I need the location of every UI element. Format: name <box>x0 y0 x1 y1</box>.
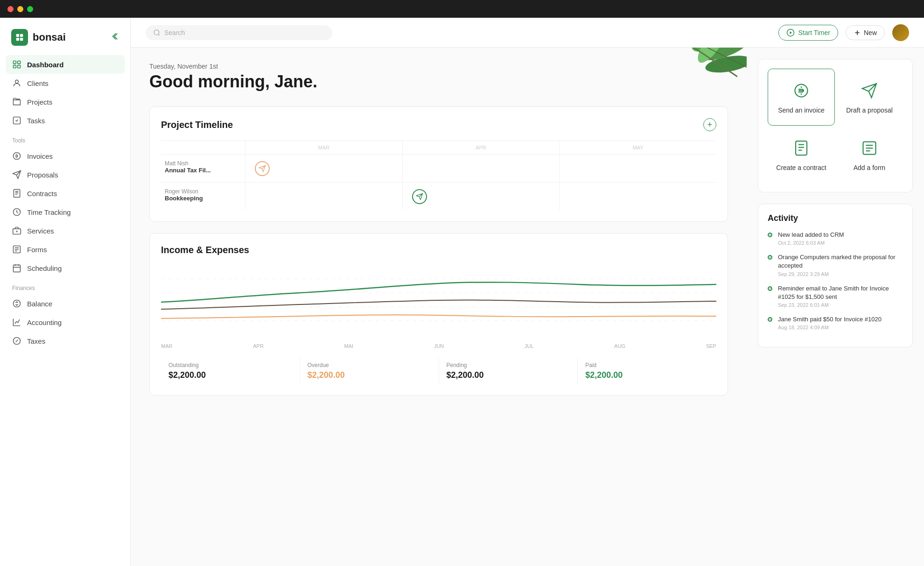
dashboard-icon <box>12 60 21 69</box>
activity-section: Activity New lead added to CRM Oct 2, 20… <box>758 204 913 347</box>
sidebar-item-clients[interactable]: Clients <box>6 74 125 92</box>
timeline-cell-2-2 <box>402 182 560 210</box>
sidebar-item-label: Clients <box>27 79 49 87</box>
sidebar-item-label: Projects <box>27 98 52 106</box>
svg-rect-7 <box>18 65 21 68</box>
timeline-icon-1[interactable] <box>255 161 270 176</box>
page-date: Tuesday, November 1st <box>149 63 728 70</box>
sidebar-item-services[interactable]: Services <box>6 221 125 240</box>
content-side: Send an invoice Draft a proposal <box>747 48 924 566</box>
chart-label-4: JUL <box>525 343 534 349</box>
activity-item-1: Orange Computers marked the proposal for… <box>768 253 903 276</box>
sidebar-item-invoices[interactable]: Invoices <box>6 147 125 165</box>
chart-label-3: JUN <box>434 343 444 349</box>
stat-overdue: Overdue $2,200.00 <box>300 358 439 384</box>
timeline-project-2: Bookkeeping <box>165 195 241 202</box>
svg-rect-2 <box>16 38 19 41</box>
sidebar-item-time-tracking[interactable]: Time Tracking <box>6 203 125 221</box>
sidebar-item-tasks[interactable]: Tasks <box>6 111 125 130</box>
chart-label-1: APR <box>253 343 264 349</box>
sidebar-item-label: Taxes <box>27 337 45 345</box>
contracts-icon <box>12 189 21 198</box>
projects-icon <box>12 97 21 106</box>
quick-actions: Send an invoice Draft a proposal <box>758 59 913 192</box>
stat-paid: Paid $2,200.00 <box>578 358 716 384</box>
activity-time: Aug 18, 2022 4:09 AM <box>778 325 903 330</box>
sidebar-item-label: Accounting <box>27 318 62 326</box>
timeline-icon-2[interactable] <box>412 189 427 204</box>
sidebar-item-balance[interactable]: Balance <box>6 294 125 313</box>
tasks-icon <box>12 116 21 125</box>
collapse-sidebar-button[interactable] <box>110 32 119 43</box>
stats-row: Outstanding $2,200.00 Overdue $2,200.00 … <box>161 358 716 384</box>
minimize-button[interactable] <box>17 6 23 12</box>
svg-point-8 <box>15 80 19 83</box>
quick-action-create-contract[interactable]: Create a contract <box>768 127 835 183</box>
sidebar-item-label: Scheduling <box>27 264 62 272</box>
sidebar-item-dashboard[interactable]: Dashboard <box>6 55 125 74</box>
plus-icon <box>854 29 861 36</box>
proposal-svg <box>861 82 878 99</box>
sidebar-item-label: Dashboard <box>27 61 63 69</box>
sidebar-item-forms[interactable]: Forms <box>6 240 125 259</box>
activity-text: New lead added to CRM <box>778 231 903 239</box>
income-expenses-card: Income & Expenses <box>149 233 728 396</box>
play-icon <box>786 28 795 37</box>
sidebar-item-label: Forms <box>27 246 47 254</box>
bonsai-logo-svg <box>14 32 25 42</box>
activity-content: Orange Computers marked the proposal for… <box>778 253 903 276</box>
send-invoice-icon <box>791 80 812 101</box>
sidebar-item-scheduling[interactable]: Scheduling <box>6 259 125 277</box>
sidebar-item-projects[interactable]: Projects <box>6 92 125 111</box>
sidebar-item-proposals[interactable]: Proposals <box>6 165 125 184</box>
avatar[interactable] <box>892 24 909 41</box>
activity-time: Sep 23, 2022 6:01 AM <box>778 302 903 308</box>
stat-label: Outstanding <box>168 362 292 368</box>
services-icon <box>12 226 21 235</box>
quick-action-add-form[interactable]: Add a form <box>836 127 903 183</box>
page-header: Tuesday, November 1st Good morning, Jane… <box>149 63 728 92</box>
svg-rect-0 <box>16 34 19 37</box>
activity-time: Sep 29, 2022 3:29 AM <box>778 271 903 277</box>
proposals-icon <box>12 170 21 179</box>
sidebar-item-taxes[interactable]: Taxes <box>6 332 125 350</box>
contract-svg <box>793 140 810 156</box>
draft-proposal-label: Draft a proposal <box>846 106 893 114</box>
send-icon <box>259 165 266 172</box>
new-button[interactable]: New <box>846 25 885 40</box>
timeline-grid: MAR APR MAY Matt Nish Annual Tax Fil... <box>161 141 716 210</box>
activity-dot <box>768 233 772 237</box>
svg-point-23 <box>688 48 738 57</box>
quick-action-send-invoice[interactable]: Send an invoice <box>768 69 835 126</box>
svg-rect-35 <box>796 141 807 155</box>
stat-label: Overdue <box>308 362 431 368</box>
stat-value: $2,200.00 <box>447 370 570 380</box>
sidebar-item-contracts[interactable]: Contracts <box>6 184 125 203</box>
timeline-client-2: Roger Wilson <box>165 188 241 195</box>
timeline-col-empty <box>161 141 245 154</box>
quick-action-draft-proposal[interactable]: Draft a proposal <box>836 69 903 126</box>
stat-label: Paid <box>585 362 709 368</box>
timeline-cell-2-1 <box>245 182 402 210</box>
chart-label-2: MAI <box>344 343 354 349</box>
activity-time: Oct 2, 2022 6:03 AM <box>778 240 903 246</box>
svg-rect-4 <box>14 61 16 64</box>
add-timeline-button[interactable]: + <box>703 118 716 131</box>
timeline-item-2: Roger Wilson Bookkeeping <box>161 182 245 210</box>
activity-item-0: New lead added to CRM Oct 2, 2022 6:03 A… <box>768 231 903 246</box>
maximize-button[interactable] <box>27 6 33 12</box>
send-invoice-label: Send an invoice <box>778 106 825 114</box>
sidebar-item-accounting[interactable]: Accounting <box>6 313 125 332</box>
close-button[interactable] <box>7 6 14 12</box>
start-timer-button[interactable]: Start Timer <box>778 25 838 41</box>
chart-label-0: MAR <box>161 343 172 349</box>
timeline-client-1: Matt Nish <box>165 160 241 167</box>
taxes-icon <box>12 336 21 346</box>
search-bar[interactable]: Search <box>146 25 332 40</box>
accounting-icon <box>12 318 21 327</box>
timeline-cell-1-2 <box>402 154 560 182</box>
sidebar-item-label: Balance <box>27 300 52 308</box>
timeline-cell-1-3 <box>559 154 716 182</box>
timeline-col-2: APR <box>402 141 560 154</box>
create-contract-icon <box>791 138 812 158</box>
